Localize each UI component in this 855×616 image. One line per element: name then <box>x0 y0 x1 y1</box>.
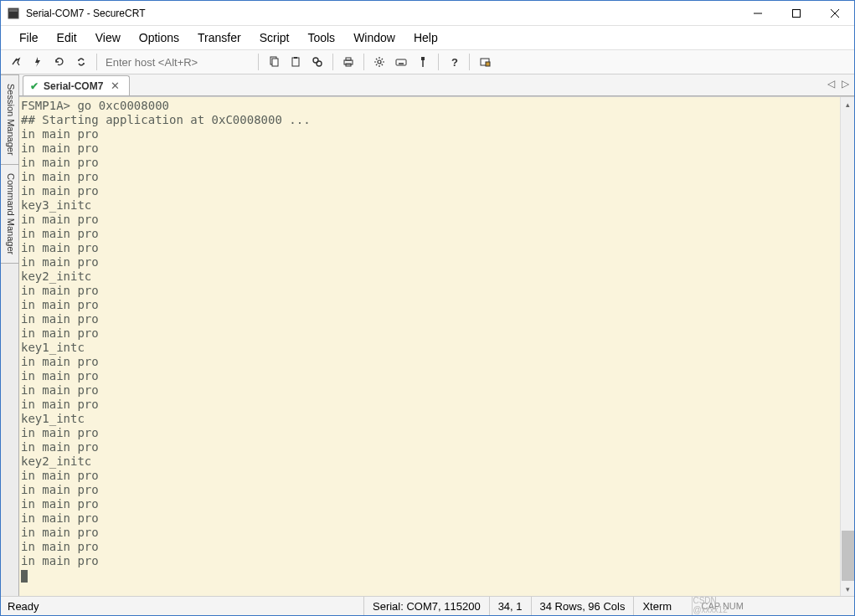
status-term: Xterm <box>634 597 693 615</box>
reconnect-icon[interactable] <box>49 52 70 72</box>
window-title: Serial-COM7 - SecureCRT <box>26 8 145 19</box>
svg-point-17 <box>378 60 381 64</box>
tab-next-icon[interactable]: ▷ <box>842 78 849 90</box>
tab-strip: ✔ Serial-COM7 ✕ ◁ ▷ <box>19 74 854 96</box>
status-cursor: 34, 1 <box>490 597 532 615</box>
print-icon[interactable] <box>338 52 358 72</box>
menubar: File Edit View Options Transfer Script T… <box>1 26 854 49</box>
find-icon[interactable] <box>307 52 327 72</box>
svg-rect-18 <box>396 59 406 65</box>
svg-rect-9 <box>272 59 278 66</box>
session-manager-tab[interactable]: Session Manager <box>1 74 18 165</box>
svg-rect-1 <box>9 9 18 12</box>
svg-point-13 <box>317 61 322 66</box>
watermark: CSDN @xxxx12 <box>693 596 750 614</box>
svg-rect-15 <box>346 58 351 60</box>
app-icon <box>7 7 20 20</box>
status-ready: Ready <box>4 597 364 615</box>
tab-close-icon[interactable]: ✕ <box>108 80 122 92</box>
svg-rect-10 <box>292 58 299 66</box>
scroll-down-icon[interactable]: ▾ <box>841 582 854 596</box>
tab-serial-com7[interactable]: ✔ Serial-COM7 ✕ <box>23 75 130 95</box>
status-rowscols: 34 Rows, 96 Cols <box>532 597 635 615</box>
maximize-button[interactable] <box>777 1 816 26</box>
help-icon[interactable]: ? <box>444 52 464 72</box>
menu-options[interactable]: Options <box>130 28 188 48</box>
svg-point-6 <box>78 59 80 61</box>
copy-icon[interactable] <box>264 52 284 72</box>
menu-file[interactable]: File <box>10 28 48 48</box>
keyboard-icon[interactable] <box>391 52 411 72</box>
terminal-scrollbar[interactable]: ▴ ▾ <box>840 97 854 596</box>
menu-transfer[interactable]: Transfer <box>188 28 250 48</box>
close-button[interactable] <box>816 1 854 26</box>
svg-text:?: ? <box>451 56 458 68</box>
svg-rect-11 <box>294 57 297 59</box>
toolbar: ? <box>1 49 854 74</box>
host-input[interactable] <box>102 53 253 71</box>
disconnect-icon[interactable] <box>71 52 91 72</box>
tab-prev-icon[interactable]: ◁ <box>827 78 835 90</box>
terminal-output[interactable]: FSMP1A> go 0xc0008000 ## Starting applic… <box>19 97 840 596</box>
titlebar: Serial-COM7 - SecureCRT <box>1 1 854 26</box>
menu-script[interactable]: Script <box>250 28 299 48</box>
side-panel: Session Manager Command Manager <box>1 74 19 596</box>
svg-point-7 <box>83 63 85 64</box>
scroll-up-icon[interactable]: ▴ <box>841 97 854 111</box>
svg-rect-24 <box>421 57 425 60</box>
status-serial: Serial: COM7, 115200 <box>364 597 490 615</box>
connect-icon[interactable] <box>6 52 26 72</box>
menu-window[interactable]: Window <box>344 28 404 48</box>
menu-help[interactable]: Help <box>404 28 447 48</box>
paste-icon[interactable] <box>286 52 306 72</box>
settings-icon[interactable] <box>369 52 389 72</box>
menu-view[interactable]: View <box>86 28 130 48</box>
menu-tools[interactable]: Tools <box>298 28 344 48</box>
command-manager-tab[interactable]: Command Manager <box>1 165 18 264</box>
session-options-icon[interactable] <box>413 52 433 72</box>
svg-rect-28 <box>486 62 490 66</box>
scroll-thumb[interactable] <box>842 531 854 581</box>
lock-session-icon[interactable] <box>475 52 495 72</box>
connected-check-icon: ✔ <box>30 80 39 92</box>
statusbar: Ready Serial: COM7, 115200 34, 1 34 Rows… <box>1 597 854 615</box>
minimize-button[interactable] <box>739 1 777 26</box>
tab-label: Serial-COM7 <box>44 80 103 92</box>
svg-rect-3 <box>793 9 801 17</box>
quick-connect-icon[interactable] <box>28 52 48 72</box>
menu-edit[interactable]: Edit <box>48 28 86 48</box>
window-buttons <box>739 1 854 26</box>
